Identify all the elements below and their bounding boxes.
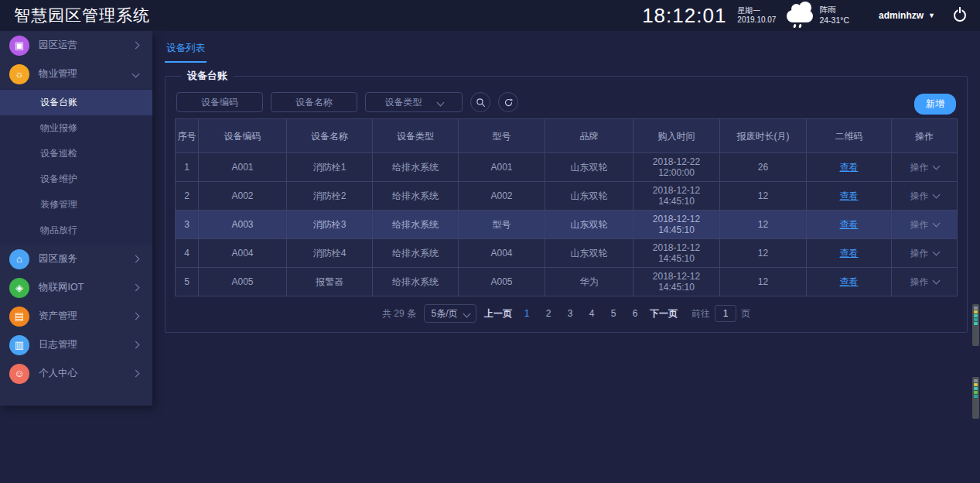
sidebar-subitem-device-ledger[interactable]: 设备台账 bbox=[0, 90, 152, 115]
cell-index: 4 bbox=[176, 239, 199, 268]
prev-page-button[interactable]: 上一页 bbox=[484, 307, 512, 320]
chevron-down-icon bbox=[932, 277, 940, 285]
cell-code: A002 bbox=[199, 182, 287, 211]
page-number-3[interactable]: 3 bbox=[563, 308, 577, 319]
page-size-select[interactable]: 5条/页 bbox=[424, 304, 476, 323]
view-qrcode-link[interactable]: 查看 bbox=[840, 276, 859, 287]
action-dropdown[interactable]: 操作 bbox=[910, 161, 939, 174]
page-number-6[interactable]: 6 bbox=[628, 308, 642, 319]
device-name-input[interactable] bbox=[271, 92, 357, 112]
view-qrcode-link[interactable]: 查看 bbox=[840, 162, 859, 173]
weather-desc: 阵雨 bbox=[819, 5, 849, 15]
sidebar-item-property-management[interactable]: ☼ 物业管理 bbox=[0, 60, 152, 88]
device-type-value: 设备类型 bbox=[385, 96, 422, 109]
sidebar: ▣ 园区运营 ☼ 物业管理 设备台账 物业报修 设备巡检 设备维护 装修管理 物… bbox=[0, 31, 152, 406]
sidebar-subitem-device-inspection[interactable]: 设备巡检 bbox=[0, 141, 152, 166]
view-qrcode-link[interactable]: 查看 bbox=[840, 248, 859, 259]
sidebar-item-park-operation[interactable]: ▣ 园区运营 bbox=[0, 31, 152, 60]
page-number-2[interactable]: 2 bbox=[541, 308, 555, 319]
chevron-right-icon bbox=[132, 284, 140, 292]
sidebar-item-personal-center[interactable]: ☺ 个人中心 bbox=[0, 359, 152, 388]
sidebar-item-log-management[interactable]: ▥ 日志管理 bbox=[0, 331, 152, 359]
weekday: 星期一 bbox=[737, 6, 776, 16]
username: adminhzw bbox=[879, 10, 924, 21]
sidebar-item-park-service[interactable]: ⌂ 园区服务 bbox=[0, 245, 152, 273]
sidebar-item-asset-management[interactable]: ▤ 资产管理 bbox=[0, 302, 152, 331]
sidebar-item-label: 园区服务 bbox=[39, 252, 133, 265]
cell-name: 消防栓1 bbox=[287, 153, 373, 182]
action-dropdown[interactable]: 操作 bbox=[910, 218, 939, 231]
total-count: 共 29 条 bbox=[382, 307, 416, 320]
col-header: 报废时长(月) bbox=[720, 119, 807, 153]
sidebar-item-label: 日志管理 bbox=[39, 338, 133, 351]
col-header: 设备名称 bbox=[287, 119, 373, 153]
tab-device-list[interactable]: 设备列表 bbox=[165, 37, 207, 63]
cell-name: 消防栓2 bbox=[287, 182, 373, 211]
action-dropdown[interactable]: 操作 bbox=[910, 190, 939, 203]
chevron-down-icon bbox=[932, 248, 940, 256]
page-number-5[interactable]: 5 bbox=[606, 308, 620, 319]
cell-model: A005 bbox=[459, 268, 545, 296]
cell-model: A004 bbox=[459, 239, 545, 268]
sidebar-item-label: 资产管理 bbox=[39, 310, 133, 323]
action-dropdown[interactable]: 操作 bbox=[910, 276, 939, 289]
goto-suffix: 页 bbox=[741, 307, 750, 320]
property-management-icon: ☼ bbox=[9, 64, 29, 84]
page-number-4[interactable]: 4 bbox=[585, 308, 599, 319]
add-button[interactable]: 新增 bbox=[914, 94, 956, 115]
cell-name: 消防栓3 bbox=[287, 211, 373, 239]
sidebar-subitem-device-maintenance[interactable]: 设备维护 bbox=[0, 166, 152, 192]
pagination: 共 29 条 5条/页 上一页 1 2 3 4 5 6 下一页 前往 页 bbox=[175, 296, 958, 332]
search-button[interactable] bbox=[470, 92, 490, 112]
user-menu[interactable]: adminhzw ▼ bbox=[879, 10, 935, 21]
refresh-icon bbox=[504, 98, 514, 108]
sidebar-item-label: 个人中心 bbox=[39, 367, 133, 380]
cell-code: A005 bbox=[199, 268, 287, 296]
chevron-down-icon: ▼ bbox=[928, 12, 935, 19]
sidebar-item-label: 物业管理 bbox=[39, 67, 133, 80]
cell-code: A003 bbox=[199, 211, 287, 239]
view-qrcode-link[interactable]: 查看 bbox=[840, 190, 859, 201]
action-dropdown[interactable]: 操作 bbox=[910, 247, 939, 260]
device-table: 序号 设备编码 设备名称 设备类型 型号 品牌 购入时间 报废时长(月) 二维码… bbox=[175, 118, 958, 296]
cell-index: 3 bbox=[176, 211, 199, 239]
col-header: 购入时间 bbox=[633, 119, 720, 153]
clock: 18:12:01 bbox=[642, 4, 726, 28]
sidebar-item-label: 物联网IOT bbox=[39, 281, 133, 294]
table-row: 4 A004 消防栓4 给排水系统 A004 山东双轮 2018-12-12 1… bbox=[176, 239, 958, 268]
view-qrcode-link[interactable]: 查看 bbox=[840, 219, 859, 230]
sidebar-item-iot[interactable]: ◈ 物联网IOT bbox=[0, 273, 152, 302]
col-header: 设备类型 bbox=[373, 119, 459, 153]
sidebar-subitem-property-repair[interactable]: 物业报修 bbox=[0, 115, 152, 141]
filter-bar: 设备类型 新增 bbox=[175, 89, 958, 118]
chevron-right-icon bbox=[132, 341, 140, 349]
property-management-submenu: 设备台账 物业报修 设备巡检 设备维护 装修管理 物品放行 bbox=[0, 88, 152, 245]
device-type-select[interactable]: 设备类型 bbox=[365, 92, 463, 112]
next-page-button[interactable]: 下一页 bbox=[650, 307, 678, 320]
refresh-button[interactable] bbox=[498, 92, 518, 112]
sidebar-subitem-item-release[interactable]: 物品放行 bbox=[0, 218, 152, 243]
cell-brand: 山东双轮 bbox=[545, 211, 633, 239]
cell-model: A001 bbox=[459, 153, 545, 182]
goto-page-input[interactable] bbox=[715, 305, 736, 322]
cell-scrap-months: 12 bbox=[720, 239, 807, 268]
edge-widget[interactable] bbox=[972, 304, 979, 346]
cell-type: 给排水系统 bbox=[373, 268, 459, 296]
cell-index: 1 bbox=[176, 153, 199, 182]
personal-center-icon: ☺ bbox=[9, 364, 29, 384]
goto-label: 前往 bbox=[691, 307, 710, 320]
table-header-row: 序号 设备编码 设备名称 设备类型 型号 品牌 购入时间 报废时长(月) 二维码… bbox=[176, 119, 958, 153]
cell-purchase-time: 2018-12-12 14:45:10 bbox=[633, 239, 720, 268]
sidebar-subitem-decoration-management[interactable]: 装修管理 bbox=[0, 192, 152, 218]
top-header: 智慧园区管理系统 18:12:01 星期一 2019.10.07 阵雨 24-3… bbox=[0, 0, 980, 31]
park-operation-icon: ▣ bbox=[9, 36, 29, 56]
col-header: 操作 bbox=[892, 119, 958, 153]
power-icon[interactable] bbox=[954, 9, 966, 22]
device-ledger-panel: 设备台账 设备类型 bbox=[165, 69, 968, 333]
col-header: 二维码 bbox=[807, 119, 892, 153]
cell-name: 消防栓4 bbox=[287, 239, 373, 268]
page-number-1[interactable]: 1 bbox=[520, 308, 534, 319]
cell-purchase-time: 2018-12-12 14:45:10 bbox=[633, 182, 720, 211]
device-code-input[interactable] bbox=[176, 92, 263, 112]
edge-widget[interactable] bbox=[972, 377, 979, 419]
